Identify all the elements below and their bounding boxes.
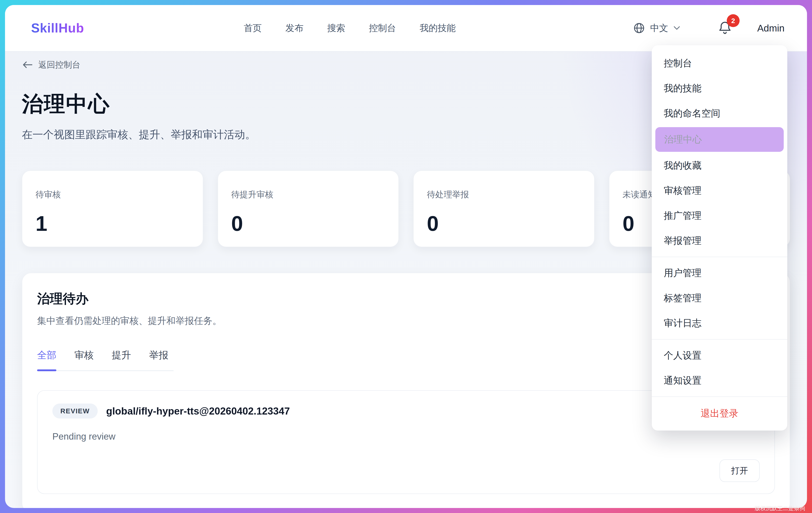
menu-item-tag-management[interactable]: 标签管理 [652, 285, 787, 311]
nav-item-console[interactable]: 控制台 [369, 22, 396, 34]
menu-item-personal-settings[interactable]: 个人设置 [652, 343, 787, 368]
item-title: global/ifly-hyper-tts@20260402.123347 [106, 405, 290, 417]
language-switcher[interactable]: 中文 [633, 22, 680, 34]
user-menu-trigger[interactable]: Admin [757, 23, 785, 34]
item-actions: 打开 [52, 459, 760, 482]
menu-item-my-favorites[interactable]: 我的收藏 [652, 153, 787, 178]
stat-card-pending-review[interactable]: 待审核 1 [22, 171, 203, 247]
menu-item-notification-settings[interactable]: 通知设置 [652, 368, 787, 393]
notifications-button[interactable]: 2 [718, 21, 731, 35]
menu-item-report-management[interactable]: 举报管理 [652, 228, 787, 253]
nav-item-search[interactable]: 搜索 [327, 22, 345, 34]
menu-item-my-namespaces[interactable]: 我的命名空间 [652, 101, 787, 126]
brand-logo[interactable]: SkillHub [31, 21, 84, 35]
stat-card-pending-promotion[interactable]: 待提升审核 0 [218, 171, 399, 247]
tab-promotion[interactable]: 提升 [112, 349, 131, 370]
watermark-text: 版权沉默王二是条狗 [755, 505, 805, 512]
app-window: SkillHub 首页 发布 搜索 控制台 我的技能 [5, 5, 807, 508]
tab-review[interactable]: 审核 [75, 349, 94, 370]
globe-icon [633, 22, 645, 34]
menu-divider [652, 339, 787, 339]
notification-badge: 2 [727, 14, 740, 27]
menu-item-logout[interactable]: 退出登录 [652, 400, 787, 425]
menu-item-user-management[interactable]: 用户管理 [652, 261, 787, 285]
menu-item-review-management[interactable]: 审核管理 [652, 178, 787, 203]
menu-item-governance-center[interactable]: 治理中心 [655, 127, 784, 152]
back-link[interactable]: 返回控制台 [22, 59, 81, 70]
gradient-frame: SkillHub 首页 发布 搜索 控制台 我的技能 [0, 0, 812, 513]
menu-divider [652, 396, 787, 397]
nav-item-publish[interactable]: 发布 [285, 22, 303, 34]
stat-value: 0 [427, 211, 581, 236]
stat-label: 待审核 [35, 189, 190, 200]
main-nav: 首页 发布 搜索 控制台 我的技能 [244, 5, 456, 51]
back-link-label: 返回控制台 [38, 59, 81, 70]
menu-item-promotion-management[interactable]: 推广管理 [652, 203, 787, 228]
chevron-down-icon [673, 26, 680, 30]
nav-item-home[interactable]: 首页 [244, 22, 262, 34]
header-right: 中文 2 Admin [633, 21, 785, 35]
user-dropdown-menu: 控制台 我的技能 我的命名空间 治理中心 我的收藏 审核管理 推广管理 举报管理… [652, 45, 787, 430]
menu-item-my-skills[interactable]: 我的技能 [652, 76, 787, 101]
stat-value: 0 [231, 211, 385, 236]
language-label: 中文 [650, 22, 668, 34]
nav-item-my-skills[interactable]: 我的技能 [419, 22, 456, 34]
menu-item-console[interactable]: 控制台 [652, 51, 787, 76]
item-type-badge: REVIEW [52, 403, 98, 419]
arrow-left-icon [22, 60, 33, 69]
tab-all[interactable]: 全部 [37, 349, 56, 370]
menu-divider [652, 257, 787, 257]
open-button[interactable]: 打开 [720, 459, 760, 482]
tab-report[interactable]: 举报 [149, 349, 168, 370]
stat-label: 待处理举报 [427, 189, 581, 200]
menu-item-audit-log[interactable]: 审计日志 [652, 311, 787, 336]
stat-label: 待提升审核 [231, 189, 385, 200]
stat-card-pending-reports[interactable]: 待处理举报 0 [413, 171, 594, 247]
item-status: Pending review [52, 431, 760, 442]
stat-value: 1 [35, 211, 190, 236]
app-header: SkillHub 首页 发布 搜索 控制台 我的技能 [5, 5, 807, 52]
todo-tabs: 全部 审核 提升 举报 [37, 349, 174, 371]
